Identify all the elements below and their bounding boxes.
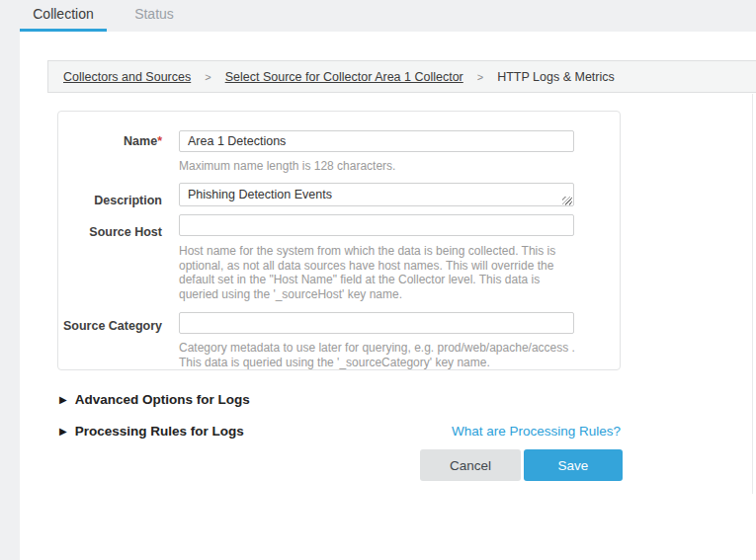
source-config-page: Collection Status Collectors and Sources… (0, 0, 756, 560)
left-gutter (0, 32, 20, 560)
save-button[interactable]: Save (524, 449, 623, 481)
what-are-processing-rules-link[interactable]: What are Processing Rules? (447, 424, 621, 439)
source-host-input[interactable] (179, 214, 574, 236)
tab-status[interactable]: Status (119, 0, 190, 29)
description-label: Description (58, 194, 162, 207)
processing-rules-section-toggle[interactable]: ▶ Processing Rules for Logs (59, 424, 244, 439)
breadcrumb-collectors-and-sources[interactable]: Collectors and Sources (63, 70, 191, 84)
breadcrumb-current-page: HTTP Logs & Metrics (497, 70, 615, 84)
advanced-options-section-toggle[interactable]: ▶ Advanced Options for Logs (59, 392, 250, 407)
breadcrumb-separator-icon: > (205, 71, 210, 83)
tab-bar (0, 0, 756, 32)
breadcrumb-separator-icon: > (477, 71, 483, 83)
breadcrumb: Collectors and Sources > Select Source f… (47, 60, 756, 93)
cancel-button[interactable]: Cancel (420, 449, 521, 481)
required-asterisk: * (157, 134, 162, 148)
source-host-help-text: Host name for the system from which the … (179, 244, 582, 301)
name-input[interactable] (179, 130, 574, 152)
source-host-label: Source Host (58, 225, 162, 239)
source-form-card: Name* Maximum name length is 128 charact… (57, 111, 621, 370)
advanced-options-label: Advanced Options for Logs (75, 392, 250, 407)
right-panel-divider (752, 94, 753, 494)
expander-triangle-icon: ▶ (59, 426, 67, 437)
tab-collection[interactable]: Collection (20, 0, 107, 29)
source-category-help-text: Category metadata to use later for query… (179, 341, 582, 369)
breadcrumb-select-source[interactable]: Select Source for Collector Area 1 Colle… (225, 70, 463, 84)
name-label: Name* (58, 134, 162, 148)
source-category-input[interactable] (179, 312, 574, 334)
expander-triangle-icon: ▶ (59, 394, 67, 405)
name-help-text: Maximum name length is 128 characters. (179, 159, 582, 174)
active-tab-underline (20, 29, 107, 32)
description-input[interactable]: Phishing Detection Events (179, 183, 574, 206)
processing-rules-label: Processing Rules for Logs (75, 424, 244, 439)
source-category-label: Source Category (58, 319, 162, 333)
